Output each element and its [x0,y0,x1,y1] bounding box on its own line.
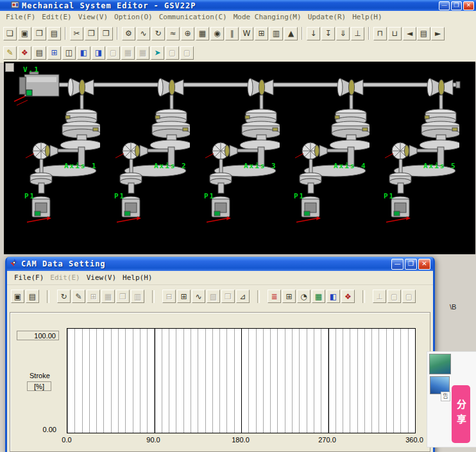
curve-tool-button[interactable]: ≈ [166,27,180,40]
menu-item[interactable]: File(F) [11,272,47,283]
save-button[interactable]: ▣ [18,27,31,40]
save-button[interactable]: ▣ [11,290,24,303]
axis-assembly[interactable]: Axis 1 P1 [10,62,100,254]
ad-thumbnail-1[interactable] [429,354,451,374]
right-pane-button[interactable]: ◨ [92,46,105,60]
system-button[interactable]: ❖ [18,46,31,60]
cam-tool-button[interactable]: ◉ [210,27,224,40]
shade-button[interactable]: ▧ [207,290,220,303]
cam-titlebar[interactable]: CAM Data Setting — ❐ ✕ [7,257,433,271]
edit-point-button[interactable]: ✎ [72,290,85,303]
node-tool-button[interactable]: ⊕ [181,27,194,40]
menu-item[interactable]: Help(H) [119,272,155,283]
menu-item[interactable]: Update(R) [305,12,350,22]
pattern-tool-button[interactable]: ▥ [269,27,283,40]
axis-assembly[interactable]: Axis 5 P1 [370,62,459,254]
copy-data-button[interactable]: ❐ [116,290,130,303]
print-button[interactable]: ▤ [26,290,39,303]
edit-mode-button[interactable]: ✎ [3,46,17,60]
insert-double-button[interactable]: ⇓ [336,27,350,40]
toolbar-button-icon: ⚙ [125,30,132,37]
toolbar-button-icon: ↓ [310,30,316,37]
blank-b-button[interactable]: ▢ [402,290,416,303]
sheet-button[interactable]: ▤ [33,46,46,60]
w-point-tool-button[interactable]: W [240,27,253,40]
minimize-button[interactable]: — [391,259,404,270]
insert-base-button[interactable]: ⊥ [351,27,364,40]
cam-plot-area[interactable] [67,328,416,433]
minimize-button[interactable]: — [439,1,450,10]
wave-tool-button[interactable]: ∿ [137,27,150,40]
blue-pane-button[interactable]: ◧ [327,290,340,303]
grid-button[interactable]: ▦ [101,290,115,303]
base-button[interactable]: ⊥ [373,290,386,303]
stop-b-button[interactable]: ▢ [180,46,194,60]
scroll-right-button[interactable]: ► [431,27,445,40]
grid-tool-button[interactable]: ▦ [196,27,209,40]
axis-assembly[interactable]: Axis 4 P1 [280,62,370,254]
table-tool-button[interactable]: ⊞ [255,27,268,40]
main-titlebar[interactable]: Mechanical System Editor - GSV22P — ❐ ✕ [0,0,476,11]
add-table-button[interactable]: ⊞ [47,46,61,60]
menu-item[interactable]: Option(O) [111,12,156,22]
maximize-button[interactable]: ❐ [405,259,417,270]
rail-tool-button[interactable]: ∥ [225,27,239,40]
bracket-close-button[interactable]: ⊔ [388,27,402,40]
axis-assembly[interactable]: Axis 2 P1 [100,62,190,254]
insert-row-button[interactable]: ⊞ [177,290,191,303]
copy-block-button[interactable]: ❒ [221,290,235,303]
toolbar-button-icon: ⊔ [392,30,398,37]
close-button[interactable]: ✕ [418,259,430,270]
stop-a-button[interactable]: ▢ [166,46,179,60]
remove-row-button[interactable]: ⊟ [162,290,176,303]
paste-button[interactable]: ❒ [99,27,113,40]
scroll-left-button[interactable]: ◄ [403,27,416,40]
angle-button[interactable]: ⊿ [236,290,250,303]
toolbar-button-icon: ∿ [195,293,201,300]
layout-a-button[interactable]: ▢ [106,46,120,60]
menu-item[interactable]: Edit(E) [38,12,74,22]
system-canvas[interactable]: V.1 Axis 1 P1 Axis 2 P1 [4,62,475,254]
close-button[interactable]: ✕ [463,1,474,10]
left-pane-button[interactable]: ◧ [77,46,90,60]
layout-c-button[interactable]: ▦ [136,46,149,60]
toolbar-button-icon: ⊞ [180,293,187,300]
insert-axis-button[interactable]: ↓ [307,27,320,40]
gear-tool-button[interactable]: ⚙ [122,27,135,40]
rotate-tool-button[interactable]: ↻ [151,27,165,40]
menu-item[interactable]: Edit(E) [47,272,83,283]
layout-b-button[interactable]: ▦ [121,46,135,60]
copy-button[interactable]: ❐ [85,27,98,40]
marker-tool-button[interactable]: ▲ [284,27,298,40]
print-button[interactable]: ▤ [47,27,61,40]
table-button[interactable]: ⊞ [282,290,296,303]
bracket-open-button[interactable]: ⊓ [373,27,387,40]
cut-button[interactable]: ✂ [70,27,83,40]
share-button[interactable]: 分享 [452,385,470,443]
save-as-button[interactable]: ❐ [33,27,46,40]
blank-a-button[interactable]: ▢ [387,290,401,303]
menu-item[interactable]: Communication(C) [156,12,230,22]
insert-output-button[interactable]: ↧ [321,27,335,40]
add-row-button[interactable]: ⊞ [87,290,100,303]
data-list-button[interactable]: ≣ [268,290,281,303]
pattern-button[interactable]: ▥ [131,290,144,303]
menu-item[interactable]: Mode Changing(M) [230,12,305,22]
timing-button[interactable]: ◔ [297,290,310,303]
run-button[interactable]: ➤ [151,46,164,60]
page-list-button[interactable]: ▤ [417,27,430,40]
new-button[interactable]: ❏ [3,27,17,40]
green-grid-button[interactable]: ▦ [312,290,325,303]
menu-item[interactable]: View(V) [83,272,119,283]
menu-item[interactable]: Help(H) [349,12,385,22]
redraw-button[interactable]: ↻ [57,290,71,303]
axis-assembly[interactable]: Axis 3 P1 [190,62,280,254]
curve-button[interactable]: ∿ [192,290,205,303]
split-view-button[interactable]: ◫ [62,46,76,60]
maximize-button[interactable]: ❐ [451,1,462,10]
menu-item[interactable]: File(F) [3,12,38,22]
system-button[interactable]: ❖ [341,290,355,303]
toolbar-button-icon: ❐ [119,293,126,300]
toolbar-button-icon: ▦ [199,30,206,37]
menu-item[interactable]: View(V) [75,12,111,22]
